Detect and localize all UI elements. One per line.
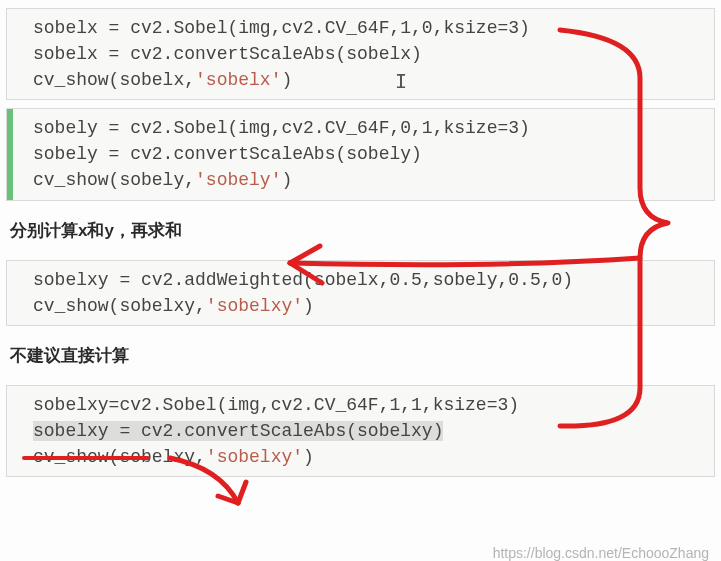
code-cell[interactable]: sobelxy=cv2.Sobel(img,cv2.CV_64F,1,1,ksi… [6, 385, 715, 477]
markdown-heading: 不建议直接计算 [0, 334, 721, 377]
text-cursor-icon: I [395, 69, 407, 93]
code-line: sobely = cv2.Sobel(img,cv2.CV_64F,0,1,ks… [33, 115, 700, 141]
code-line: sobelxy=cv2.Sobel(img,cv2.CV_64F,1,1,ksi… [33, 392, 700, 418]
watermark: https://blog.csdn.net/EchoooZhang [493, 545, 709, 561]
notebook-workspace: sobelx = cv2.Sobel(img,cv2.CV_64F,1,0,ks… [0, 8, 721, 561]
code-line: sobelxy = cv2.addWeighted(sobelx,0.5,sob… [33, 267, 700, 293]
code-line: cv_show(sobelx,'sobelx') [33, 67, 700, 93]
markdown-heading: 分别计算x和y，再求和 [0, 209, 721, 252]
red-underline-annotation [22, 456, 150, 460]
code-line: sobelxy = cv2.convertScaleAbs(sobelxy) [33, 418, 700, 444]
code-line: sobely = cv2.convertScaleAbs(sobely) [33, 141, 700, 167]
code-line: cv_show(sobelxy,'sobelxy') [33, 293, 700, 319]
code-cell[interactable]: sobelx = cv2.Sobel(img,cv2.CV_64F,1,0,ks… [6, 8, 715, 100]
code-line: sobelx = cv2.convertScaleAbs(sobelx) [33, 41, 700, 67]
code-cell[interactable]: sobely = cv2.Sobel(img,cv2.CV_64F,0,1,ks… [6, 108, 715, 200]
code-cell[interactable]: sobelxy = cv2.addWeighted(sobelx,0.5,sob… [6, 260, 715, 326]
code-line: cv_show(sobely,'sobely') [33, 167, 700, 193]
code-line: sobelx = cv2.Sobel(img,cv2.CV_64F,1,0,ks… [33, 15, 700, 41]
